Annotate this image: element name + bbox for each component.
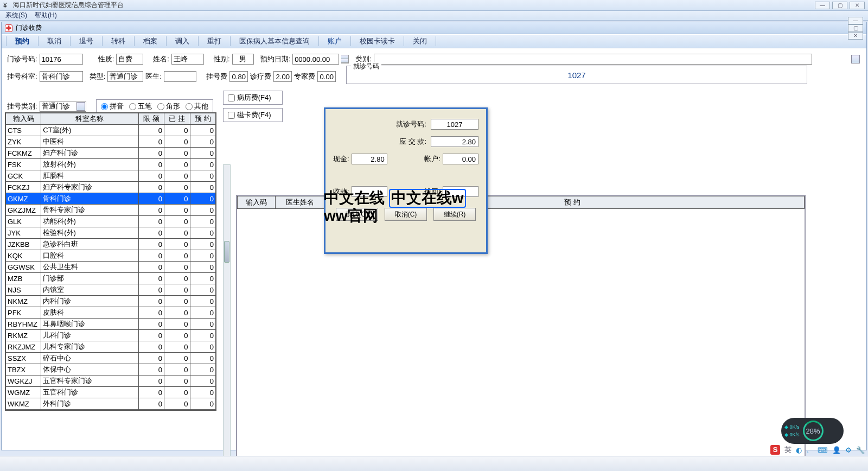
sub-close-button[interactable]: ✕ [848, 32, 863, 40]
app-titlebar: ¥ 海口新时代妇婴医院信息综合管理平台 — ▢ ✕ [0, 0, 868, 11]
app-maximize-button[interactable]: ▢ [832, 2, 847, 9]
tool-account[interactable]: 账户 [323, 35, 346, 47]
radio-other[interactable]: 其他 [186, 101, 208, 111]
radio-wubi[interactable]: 五笔 [129, 101, 152, 111]
table-row[interactable]: GKZJMZ骨科专家门诊000 [6, 205, 216, 216]
table-row[interactable]: MZB门诊部000 [6, 273, 216, 284]
dlg-payable-input[interactable] [431, 136, 478, 147]
name-label: 姓名: [153, 54, 169, 64]
system-tray: S 英 ◐ 、 ⌨ 👤 ⚙ 🔧 [770, 445, 865, 455]
dlg-change-input[interactable] [443, 186, 478, 197]
tray-tool-icon[interactable]: 🔧 [856, 446, 865, 454]
tool-close[interactable]: 关闭 [409, 35, 431, 47]
department-table[interactable]: 输入码 科室名称 限 额 已 挂 预 约 CTSCT室(外)000ZYK中医科0… [5, 112, 216, 411]
tray-keyboard-icon[interactable]: ⌨ [818, 446, 828, 454]
radio-jiaoxing[interactable]: 角形 [157, 101, 180, 111]
date-spinner[interactable] [341, 55, 349, 63]
diag-fee-label: 诊疗费 [250, 72, 271, 81]
network-widget[interactable]: ◆ 0K/s ◆ 0K/s 28% [781, 418, 844, 444]
dlg-change-label: 找回: [424, 187, 441, 196]
table-row[interactable]: TBZX体保中心000 [6, 364, 216, 375]
dlg-ok-button[interactable]: 确认(O) [336, 208, 378, 221]
dept-input[interactable] [40, 71, 83, 82]
ime-radio-group: 拼音 五笔 角形 其他 [96, 99, 213, 113]
check-history[interactable] [228, 94, 235, 101]
reg-cat-combo[interactable] [40, 101, 86, 112]
table-row[interactable]: NKMZ内科门诊000 [6, 296, 216, 307]
table-row[interactable]: KQK口腔科000 [6, 250, 216, 262]
tool-campus[interactable]: 校园卡读卡 [355, 35, 399, 47]
tray-gear-icon[interactable]: ⚙ [845, 446, 852, 454]
tool-insurance[interactable]: 医保病人基本信息查询 [235, 35, 314, 47]
ime-indicator[interactable]: 英 [784, 445, 792, 455]
table-row[interactable]: RKMZ儿科门诊000 [6, 330, 216, 341]
table-row[interactable]: RKZJMZ儿科专家门诊000 [6, 341, 216, 353]
table-row[interactable]: GGWSK公共卫生科000 [6, 262, 216, 273]
dlg-receive-input[interactable] [352, 186, 387, 197]
dlg-account-input[interactable] [443, 154, 478, 164]
table-row[interactable]: NJS内镜室000 [6, 284, 216, 296]
table-row[interactable]: JZKBB急诊科白班000 [6, 239, 216, 250]
tray-dot-icon[interactable]: 、 [806, 445, 813, 455]
table-row[interactable]: JYK检验科(外)000 [6, 227, 216, 239]
dlg-cancel-button[interactable]: 取消(C) [385, 208, 427, 221]
outno-label: 门诊号码: [7, 54, 37, 64]
dlg-cash-input[interactable] [352, 154, 387, 164]
table-row[interactable]: FCKMZ妇产科门诊000 [6, 148, 216, 159]
table-row[interactable]: SSZX碎石中心000 [6, 353, 216, 364]
table-row[interactable]: WKZJMZ外科专家门诊000 [6, 410, 216, 411]
reg-fee-input[interactable] [229, 71, 248, 82]
dept-scrollbar[interactable] [223, 164, 231, 468]
sogou-icon[interactable]: S [770, 445, 780, 455]
outno-input[interactable] [40, 54, 83, 65]
table-row[interactable]: WGMZ五官科门诊000 [6, 387, 216, 398]
tool-refund[interactable]: 退号 [75, 35, 98, 47]
doctor-table[interactable]: 输入码 医生姓名 限 预 约 [236, 195, 806, 466]
expert-fee-input[interactable] [317, 71, 336, 82]
name-input[interactable] [171, 54, 204, 65]
table-row[interactable]: WGKZJ五官科专家门诊000 [6, 375, 216, 387]
tool-tune[interactable]: 调入 [171, 35, 194, 47]
app-minimize-button[interactable]: — [815, 2, 830, 9]
subwindow-title: 门诊收费 [16, 23, 42, 33]
sex-input[interactable] [232, 54, 254, 65]
sub-minimize-button[interactable]: — [848, 17, 863, 24]
type-input[interactable] [107, 71, 143, 82]
table-row[interactable]: PFK皮肤科000 [6, 307, 216, 319]
table-row[interactable]: WKMZ外科门诊000 [6, 398, 216, 410]
dept-th-res: 预 约 [190, 113, 216, 125]
taskbar[interactable] [0, 456, 868, 471]
tool-transfer[interactable]: 转科 [107, 35, 130, 47]
doctor-label: 医生: [145, 72, 162, 81]
dlg-continue-button[interactable]: 继续(R) [433, 208, 476, 221]
tool-reserve[interactable]: 预约 [11, 35, 34, 47]
expert-fee-label: 专家费 [294, 72, 315, 81]
table-row[interactable]: FCKZJ妇产科专家门诊000 [6, 182, 216, 193]
tool-reprint[interactable]: 重打 [203, 35, 226, 47]
table-row[interactable]: CTSCT室(外)000 [6, 125, 216, 136]
check-card[interactable] [228, 112, 235, 119]
table-row[interactable]: FSK放射科(外)000 [6, 159, 216, 170]
visit-no-value: 1027 [347, 71, 807, 80]
tray-user-icon[interactable]: 👤 [832, 446, 841, 454]
dlg-visit-input[interactable] [431, 119, 478, 130]
tool-cancel[interactable]: 取消 [43, 35, 66, 47]
table-row[interactable]: GLK功能科(外)000 [6, 216, 216, 227]
reserve-date-input[interactable] [292, 54, 339, 65]
menu-help[interactable]: 帮助(H) [35, 11, 57, 20]
radio-pinyin[interactable]: 拼音 [101, 101, 124, 111]
doctor-input[interactable] [164, 71, 196, 82]
app-close-button[interactable]: ✕ [850, 2, 865, 9]
tray-moon-icon[interactable]: ◐ [796, 446, 802, 454]
reg-fee-label: 挂号费 [206, 72, 227, 81]
tool-archive[interactable]: 档案 [139, 35, 162, 47]
diag-fee-input[interactable] [273, 71, 292, 82]
table-row[interactable]: GCK肛肠科000 [6, 170, 216, 182]
table-row[interactable]: ZYK中医科000 [6, 136, 216, 148]
sub-maximize-button[interactable]: ▢ [848, 24, 863, 32]
menu-system[interactable]: 系统(S) [5, 11, 27, 20]
category-combo[interactable] [374, 54, 812, 65]
table-row[interactable]: GKMZ骨科门诊000 [6, 193, 216, 205]
nature-input[interactable] [116, 54, 143, 65]
table-row[interactable]: RBYHMZ耳鼻咽喉门诊000 [6, 319, 216, 330]
